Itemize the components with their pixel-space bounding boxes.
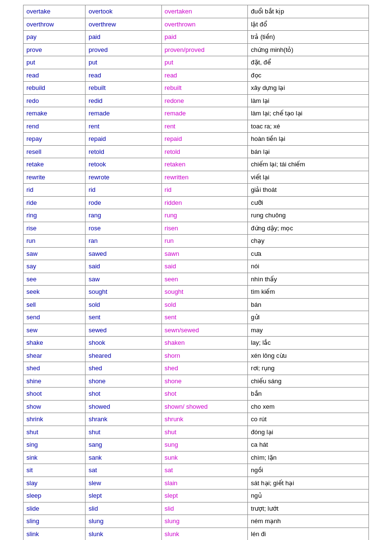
verb-past: rode (86, 196, 161, 209)
verb-base: sleep (24, 490, 86, 502)
table-row: ringrangrungrung chuông (24, 209, 369, 222)
verb-meaning: hoàn tiền lại (248, 133, 369, 146)
verb-base: say (24, 260, 86, 273)
table-row: paypaidpaidtrả (tiền) (24, 31, 369, 44)
verb-meaning: giải thoát (248, 184, 369, 197)
verb-participle: rung (161, 209, 248, 222)
verb-past: retold (86, 145, 161, 158)
verb-base: rebuild (24, 82, 86, 95)
verb-participle: rent (161, 120, 248, 133)
table-row: riseroserisenđứng dậy; mọc (24, 222, 369, 235)
table-row: seeksoughtsoughttìm kiếm (24, 286, 369, 299)
verb-past: rang (86, 209, 161, 222)
verb-base: shake (24, 337, 86, 350)
verb-meaning: may (248, 324, 369, 337)
verb-past: shed (86, 362, 161, 375)
verb-meaning: trượt; lướt (248, 502, 369, 515)
table-row: sewsewedsewn/sewedmay (24, 324, 369, 337)
table-row: shrinkshrankshrunkco rút (24, 413, 369, 426)
verb-participle: sunk (161, 451, 248, 464)
verb-past: sold (86, 298, 161, 311)
verb-meaning: làm lại (248, 94, 369, 107)
verb-past: rent (86, 120, 161, 133)
verb-meaning: đặt, để (248, 56, 369, 69)
verb-base: rise (24, 222, 86, 235)
table-row: slideslidslidtrượt; lướt (24, 502, 369, 515)
verb-participle: retaken (161, 158, 248, 171)
verb-participle: repaid (161, 133, 248, 146)
verb-meaning: co rút (248, 413, 369, 426)
verb-past: rebuilt (86, 82, 161, 95)
table-row: shakeshookshakenlay; lắc (24, 337, 369, 350)
table-row: shutshutshutđóng lại (24, 426, 369, 439)
verb-base: pay (24, 31, 86, 44)
verb-participle: shaken (161, 337, 248, 350)
verb-base: prove (24, 43, 86, 56)
verb-past: sewed (86, 324, 161, 337)
verb-meaning: bắn (248, 388, 369, 401)
table-row: overtakeovertookovertakenđuổi bắt kịp (24, 5, 369, 18)
verb-past: rewrote (86, 171, 161, 184)
verb-meaning: chiếu sáng (248, 375, 369, 388)
table-row: rendrentrenttoac ra; xé (24, 120, 369, 133)
table-row: remakeremaderemadelàm lại; chế tạo lại (24, 107, 369, 120)
table-row: slinkslunkslunklén đi (24, 527, 369, 540)
verb-meaning: sát hại; giết hại (248, 477, 369, 490)
verb-participle: rewritten (161, 171, 248, 184)
verb-participle: shown/ showed (161, 400, 248, 413)
verb-base: run (24, 235, 86, 248)
table-row: singsangsungca hát (24, 439, 369, 452)
verb-participle: overthrown (161, 18, 248, 31)
verb-participle: shot (161, 388, 248, 401)
verb-base: resell (24, 145, 86, 158)
verb-participle: rebuilt (161, 82, 248, 95)
verb-base: shed (24, 362, 86, 375)
verb-meaning: xén lông cừu (248, 349, 369, 362)
verb-past: sought (86, 286, 161, 299)
table-row: putputputđặt, để (24, 56, 369, 69)
verb-past: retook (86, 158, 161, 171)
verb-past: slung (86, 515, 161, 528)
table-row: sleepsleptsleptngủ (24, 490, 369, 502)
verb-participle: shorn (161, 349, 248, 362)
verb-participle: put (161, 56, 248, 69)
verb-past: ran (86, 235, 161, 248)
verb-participle: ridden (161, 196, 248, 209)
verb-base: sell (24, 298, 86, 311)
verb-meaning: trả (tiền) (248, 31, 369, 44)
verb-participle: shrunk (161, 413, 248, 426)
table-row: showshowedshown/ showedcho xem (24, 400, 369, 413)
verb-past: slept (86, 490, 161, 502)
table-row: sawsawedsawncưa (24, 247, 369, 260)
verb-participle: sung (161, 439, 248, 452)
table-row: saysaidsaidnói (24, 260, 369, 273)
table-row: slayslewslainsát hại; giết hại (24, 477, 369, 490)
verb-meaning: ca hát (248, 439, 369, 452)
verb-base: seek (24, 286, 86, 299)
verb-participle: sawn (161, 247, 248, 260)
verb-meaning: rơi; rụng (248, 362, 369, 375)
verb-meaning: chiếm lại; tái chiếm (248, 158, 369, 171)
verb-meaning: viết lại (248, 171, 369, 184)
table-row: shootshotshotbắn (24, 388, 369, 401)
verb-past: sheared (86, 349, 161, 362)
verb-past: remade (86, 107, 161, 120)
verb-participle: paid (161, 31, 248, 44)
verb-base: sling (24, 515, 86, 528)
verb-meaning: đọc (248, 69, 369, 82)
verb-meaning: lay; lắc (248, 337, 369, 350)
verb-meaning: gửi (248, 311, 369, 324)
verb-base: rid (24, 184, 86, 197)
verb-past: shone (86, 375, 161, 388)
table-row: readreadreadđọc (24, 69, 369, 82)
verb-base: shrink (24, 413, 86, 426)
table-row: ridridridgiải thoát (24, 184, 369, 197)
verb-participle: run (161, 235, 248, 248)
table-row: seesawseennhìn thấy (24, 273, 369, 286)
verb-base: ring (24, 209, 86, 222)
verb-base: redo (24, 94, 86, 107)
verb-base: rewrite (24, 171, 86, 184)
verb-meaning: tìm kiếm (248, 286, 369, 299)
verb-meaning: bán (248, 298, 369, 311)
verb-meaning: lật đổ (248, 18, 369, 31)
